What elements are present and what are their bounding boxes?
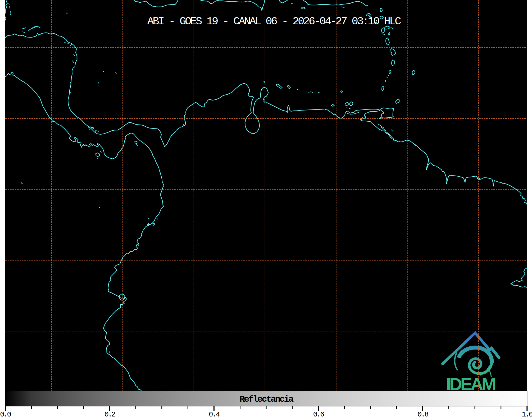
svg-text:0.6: 0.6 [313,411,324,417]
svg-text:1.0: 1.0 [522,411,532,417]
svg-text:Reflectancia: Reflectancia [239,394,294,404]
svg-text:0.4: 0.4 [209,411,220,417]
svg-text:0.0: 0.0 [0,411,11,417]
svg-text:0.8: 0.8 [417,411,428,417]
svg-text:ABI - GOES 19 - CANAL 06 - 202: ABI - GOES 19 - CANAL 06 - 2026-04-27 03… [147,15,401,28]
svg-text:0.2: 0.2 [104,411,115,417]
